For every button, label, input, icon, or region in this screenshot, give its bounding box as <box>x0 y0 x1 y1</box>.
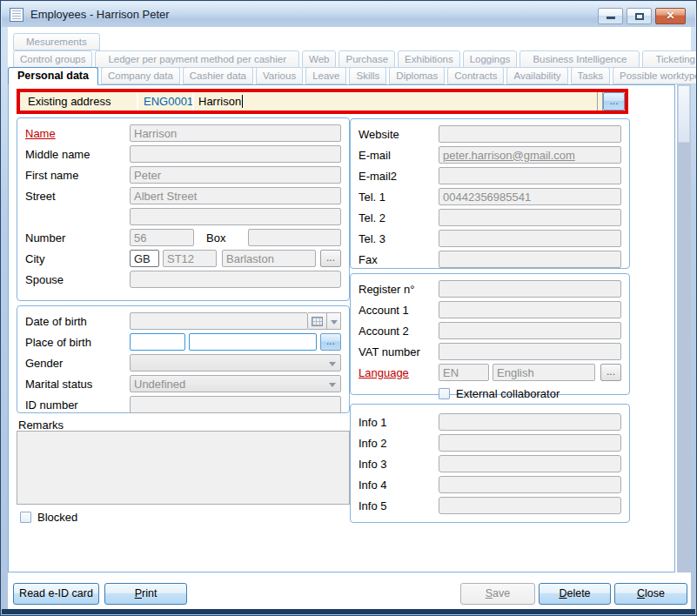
minimize-button[interactable] <box>598 8 623 24</box>
save-button[interactable]: Save <box>460 583 535 605</box>
info2-field[interactable] <box>439 434 621 452</box>
delete-button[interactable]: Delete <box>539 583 611 605</box>
info1-field[interactable] <box>439 413 621 431</box>
read-eid-card-button[interactable]: Read e-ID card <box>13 583 99 605</box>
finance-group: Register n° Account 1 Account 2 VAT numb… <box>350 273 630 395</box>
info3-label: Info 3 <box>359 458 439 471</box>
middle-name-field[interactable] <box>130 145 341 163</box>
tab-possible-worktypes[interactable]: Possible worktypes <box>613 67 697 84</box>
street2-field[interactable] <box>130 208 341 225</box>
tab-diplomas[interactable]: Diplomas <box>389 67 445 84</box>
tel1-field[interactable] <box>439 188 621 205</box>
box-field[interactable] <box>248 229 341 246</box>
id-number-field[interactable] <box>130 396 341 413</box>
date-of-birth-field[interactable] <box>130 312 308 330</box>
email-field[interactable] <box>439 146 621 164</box>
first-name-field[interactable] <box>130 166 341 184</box>
country-code-field[interactable] <box>130 250 159 267</box>
info1-label: Info 1 <box>359 416 439 429</box>
tab-web[interactable]: Web <box>302 50 336 68</box>
title-bar[interactable]: Employees - Harrison Peter ✕ <box>2 2 695 27</box>
tel1-label: Tel. 1 <box>359 191 439 204</box>
place-of-birth-label: Place of birth <box>25 336 130 349</box>
date-dropdown-arrow[interactable] <box>327 312 341 330</box>
tab-purchase[interactable]: Purchase <box>338 50 395 68</box>
existing-address-name-field[interactable]: Harrison <box>194 92 597 110</box>
tab-cashier-data[interactable]: Cashier data <box>183 67 253 84</box>
tab-loggings[interactable]: Loggings <box>463 50 518 68</box>
close-window-button[interactable]: ✕ <box>655 8 686 24</box>
language-browse-button[interactable]: ... <box>600 364 621 381</box>
info3-field[interactable] <box>439 455 621 472</box>
marital-status-dropdown[interactable]: Undefined <box>130 375 341 392</box>
place-of-birth-code-field[interactable] <box>130 333 185 351</box>
city-browse-button[interactable]: ... <box>320 250 341 267</box>
client-area: Mesurements Control groups Ledger per pa… <box>8 27 691 610</box>
street-field[interactable] <box>130 187 341 204</box>
language-name-field[interactable] <box>493 364 595 381</box>
tab-exhibitions[interactable]: Exhibitions <box>398 50 460 68</box>
vertical-scrollbar[interactable] <box>677 84 691 572</box>
info4-label: Info 4 <box>359 479 439 492</box>
website-label: Website <box>359 128 439 141</box>
register-number-field[interactable] <box>439 280 621 298</box>
spouse-field[interactable] <box>130 271 341 288</box>
text-caret <box>242 95 243 108</box>
close-icon: ✕ <box>656 10 685 22</box>
tel2-field[interactable] <box>439 209 621 226</box>
tab-various[interactable]: Various <box>256 67 303 84</box>
minimize-icon <box>607 17 615 19</box>
language-code-field[interactable] <box>439 364 489 381</box>
tab-company-data[interactable]: Company data <box>101 67 180 84</box>
fax-field[interactable] <box>439 251 621 268</box>
existing-address-code-field[interactable]: ENG0001 <box>138 92 192 110</box>
email2-field[interactable] <box>439 167 621 184</box>
place-of-birth-city-field[interactable] <box>189 333 317 351</box>
name-link[interactable]: Name <box>25 127 130 140</box>
restore-icon <box>635 13 644 20</box>
tab-mesurements[interactable]: Mesurements <box>13 33 100 50</box>
tel3-label: Tel. 3 <box>359 232 439 245</box>
remarks-label: Remarks <box>18 418 64 432</box>
remarks-textarea[interactable] <box>17 431 350 505</box>
calendar-icon <box>312 317 323 326</box>
tab-personal-data[interactable]: Personal data <box>8 67 98 85</box>
tel3-field[interactable] <box>439 230 621 247</box>
restore-button[interactable] <box>627 8 652 24</box>
info2-label: Info 2 <box>359 437 439 450</box>
tab-ledger-per-payment-method[interactable]: Ledger per payment method per cashier <box>95 50 299 68</box>
gender-dropdown[interactable] <box>130 354 341 372</box>
scrollbar-thumb[interactable] <box>678 85 690 143</box>
external-collaborator-checkbox[interactable] <box>439 388 450 399</box>
info5-field[interactable] <box>439 497 621 514</box>
tab-ticketing[interactable]: Ticketing <box>642 50 697 68</box>
tab-business-intelligence[interactable]: Business Intelligence <box>519 50 640 68</box>
print-button[interactable]: Print <box>104 583 187 605</box>
info4-field[interactable] <box>439 476 621 493</box>
existing-address-browse-button[interactable]: ... <box>603 92 625 110</box>
tab-contracts[interactable]: Contracts <box>447 67 504 84</box>
calendar-button[interactable] <box>308 312 327 330</box>
account1-field[interactable] <box>439 301 621 318</box>
tab-control-groups[interactable]: Control groups <box>13 50 92 68</box>
chevron-down-icon <box>329 383 336 387</box>
language-link[interactable]: Language <box>359 366 439 379</box>
tab-strip-row2: Control groups Ledger per payment method… <box>13 50 697 68</box>
tab-availability[interactable]: Availability <box>506 67 567 84</box>
place-of-birth-browse-button[interactable]: ... <box>320 333 341 351</box>
date-of-birth-label: Date of birth <box>25 315 130 328</box>
tab-skills[interactable]: Skills <box>349 67 386 84</box>
account2-field[interactable] <box>439 322 621 339</box>
personal-data-page: Existing address ENG0001 Harrison ... Na… <box>8 84 675 572</box>
blocked-checkbox[interactable] <box>20 512 31 523</box>
tab-leave[interactable]: Leave <box>305 67 346 84</box>
street-label: Street <box>25 190 130 203</box>
number-field[interactable] <box>130 229 194 246</box>
postal-code-field[interactable] <box>163 250 217 267</box>
city-field[interactable] <box>222 250 316 267</box>
vat-number-field[interactable] <box>439 343 621 360</box>
website-field[interactable] <box>439 125 621 143</box>
close-button[interactable]: Close <box>614 583 687 605</box>
name-field[interactable] <box>130 124 341 142</box>
tab-tasks[interactable]: Tasks <box>571 67 610 84</box>
